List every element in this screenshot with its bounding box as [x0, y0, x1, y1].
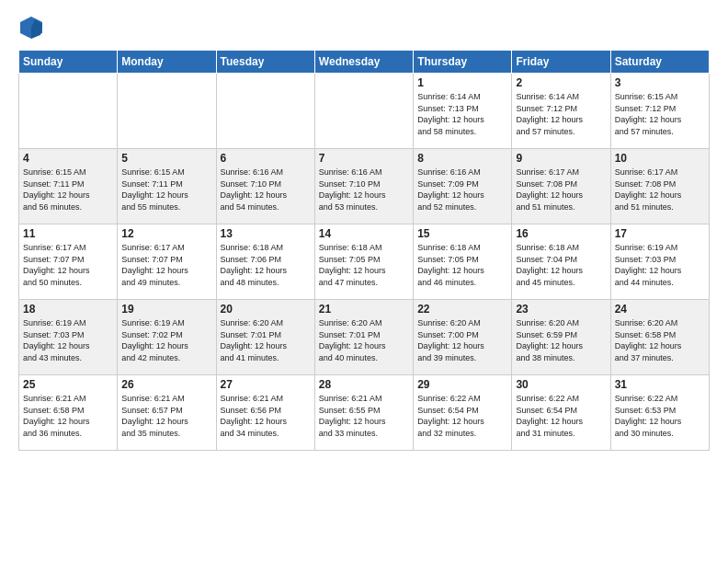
calendar-cell: 8Sunrise: 6:16 AM Sunset: 7:09 PM Daylig… [414, 149, 512, 224]
day-number: 16 [516, 227, 606, 240]
calendar-cell [118, 74, 216, 149]
calendar-cell: 19Sunrise: 6:19 AM Sunset: 7:02 PM Dayli… [118, 300, 216, 375]
day-info: Sunrise: 6:15 AM Sunset: 7:11 PM Dayligh… [121, 167, 211, 213]
weekday-header-monday: Monday [118, 51, 216, 74]
calendar-cell: 13Sunrise: 6:18 AM Sunset: 7:06 PM Dayli… [216, 224, 314, 300]
day-info: Sunrise: 6:15 AM Sunset: 7:12 PM Dayligh… [615, 91, 705, 137]
day-number: 14 [319, 227, 409, 240]
calendar-cell [19, 74, 118, 149]
calendar-cell: 16Sunrise: 6:18 AM Sunset: 7:04 PM Dayli… [512, 224, 610, 300]
day-info: Sunrise: 6:18 AM Sunset: 7:05 PM Dayligh… [319, 242, 409, 288]
calendar-cell: 4Sunrise: 6:15 AM Sunset: 7:11 PM Daylig… [19, 149, 118, 224]
day-number: 21 [319, 303, 409, 316]
calendar-cell: 26Sunrise: 6:21 AM Sunset: 6:57 PM Dayli… [118, 375, 216, 451]
calendar-cell: 10Sunrise: 6:17 AM Sunset: 7:08 PM Dayli… [610, 149, 709, 224]
weekday-header-thursday: Thursday [414, 51, 512, 74]
calendar-cell: 6Sunrise: 6:16 AM Sunset: 7:10 PM Daylig… [216, 149, 314, 224]
calendar-cell: 12Sunrise: 6:17 AM Sunset: 7:07 PM Dayli… [118, 224, 216, 300]
day-number: 26 [121, 378, 211, 391]
calendar-cell: 25Sunrise: 6:21 AM Sunset: 6:58 PM Dayli… [19, 375, 118, 451]
day-number: 31 [615, 378, 705, 391]
day-info: Sunrise: 6:17 AM Sunset: 7:07 PM Dayligh… [121, 242, 211, 288]
day-info: Sunrise: 6:20 AM Sunset: 6:59 PM Dayligh… [516, 317, 606, 363]
day-number: 17 [615, 227, 705, 240]
page: SundayMondayTuesdayWednesdayThursdayFrid… [0, 0, 728, 563]
day-info: Sunrise: 6:21 AM Sunset: 6:55 PM Dayligh… [319, 393, 409, 439]
calendar-cell: 28Sunrise: 6:21 AM Sunset: 6:55 PM Dayli… [314, 375, 413, 451]
day-number: 7 [319, 152, 409, 165]
day-number: 18 [23, 303, 113, 316]
day-number: 29 [417, 378, 507, 391]
day-info: Sunrise: 6:19 AM Sunset: 7:03 PM Dayligh… [615, 242, 705, 288]
day-number: 19 [121, 303, 211, 316]
day-info: Sunrise: 6:17 AM Sunset: 7:08 PM Dayligh… [615, 167, 705, 213]
calendar-week-5: 25Sunrise: 6:21 AM Sunset: 6:58 PM Dayli… [19, 375, 710, 451]
weekday-header-wednesday: Wednesday [314, 51, 413, 74]
day-info: Sunrise: 6:17 AM Sunset: 7:07 PM Dayligh… [23, 242, 113, 288]
calendar-cell: 3Sunrise: 6:15 AM Sunset: 7:12 PM Daylig… [610, 74, 709, 149]
calendar-cell: 24Sunrise: 6:20 AM Sunset: 6:58 PM Dayli… [610, 300, 709, 375]
calendar-cell [314, 74, 413, 149]
calendar-cell: 27Sunrise: 6:21 AM Sunset: 6:56 PM Dayli… [216, 375, 314, 451]
day-info: Sunrise: 6:19 AM Sunset: 7:02 PM Dayligh… [121, 317, 211, 363]
calendar-cell: 30Sunrise: 6:22 AM Sunset: 6:54 PM Dayli… [512, 375, 610, 451]
calendar-cell: 20Sunrise: 6:20 AM Sunset: 7:01 PM Dayli… [216, 300, 314, 375]
day-info: Sunrise: 6:20 AM Sunset: 7:01 PM Dayligh… [319, 317, 409, 363]
calendar-table: SundayMondayTuesdayWednesdayThursdayFrid… [18, 50, 710, 451]
calendar-cell: 23Sunrise: 6:20 AM Sunset: 6:59 PM Dayli… [512, 300, 610, 375]
calendar-cell: 21Sunrise: 6:20 AM Sunset: 7:01 PM Dayli… [314, 300, 413, 375]
day-info: Sunrise: 6:18 AM Sunset: 7:04 PM Dayligh… [516, 242, 606, 288]
day-info: Sunrise: 6:19 AM Sunset: 7:03 PM Dayligh… [23, 317, 113, 363]
day-number: 8 [417, 152, 507, 165]
weekday-header-saturday: Saturday [610, 51, 709, 74]
day-number: 4 [23, 152, 113, 165]
day-number: 27 [221, 378, 311, 391]
day-info: Sunrise: 6:14 AM Sunset: 7:12 PM Dayligh… [516, 91, 606, 137]
day-info: Sunrise: 6:20 AM Sunset: 7:00 PM Dayligh… [417, 317, 507, 363]
day-info: Sunrise: 6:14 AM Sunset: 7:13 PM Dayligh… [417, 91, 507, 137]
day-info: Sunrise: 6:16 AM Sunset: 7:09 PM Dayligh… [417, 167, 507, 213]
day-info: Sunrise: 6:21 AM Sunset: 6:57 PM Dayligh… [121, 393, 211, 439]
day-info: Sunrise: 6:22 AM Sunset: 6:54 PM Dayligh… [417, 393, 507, 439]
day-number: 10 [615, 152, 705, 165]
day-number: 9 [516, 152, 606, 165]
calendar-week-2: 4Sunrise: 6:15 AM Sunset: 7:11 PM Daylig… [19, 149, 710, 224]
calendar-cell: 2Sunrise: 6:14 AM Sunset: 7:12 PM Daylig… [512, 74, 610, 149]
calendar-cell: 29Sunrise: 6:22 AM Sunset: 6:54 PM Dayli… [414, 375, 512, 451]
calendar-cell: 5Sunrise: 6:15 AM Sunset: 7:11 PM Daylig… [118, 149, 216, 224]
calendar-cell: 1Sunrise: 6:14 AM Sunset: 7:13 PM Daylig… [414, 74, 512, 149]
weekday-header-tuesday: Tuesday [216, 51, 314, 74]
day-info: Sunrise: 6:17 AM Sunset: 7:08 PM Dayligh… [516, 167, 606, 213]
day-number: 30 [516, 378, 606, 391]
header [18, 15, 710, 40]
calendar-cell: 15Sunrise: 6:18 AM Sunset: 7:05 PM Dayli… [414, 224, 512, 300]
day-info: Sunrise: 6:22 AM Sunset: 6:53 PM Dayligh… [615, 393, 705, 439]
logo-icon [18, 15, 44, 40]
calendar-header-row: SundayMondayTuesdayWednesdayThursdayFrid… [19, 51, 710, 74]
calendar-cell: 31Sunrise: 6:22 AM Sunset: 6:53 PM Dayli… [610, 375, 709, 451]
calendar-cell [216, 74, 314, 149]
weekday-header-friday: Friday [512, 51, 610, 74]
day-number: 3 [615, 76, 705, 89]
day-number: 22 [417, 303, 507, 316]
day-number: 25 [23, 378, 113, 391]
day-info: Sunrise: 6:20 AM Sunset: 7:01 PM Dayligh… [221, 317, 311, 363]
calendar-cell: 9Sunrise: 6:17 AM Sunset: 7:08 PM Daylig… [512, 149, 610, 224]
day-number: 13 [221, 227, 311, 240]
day-number: 2 [516, 76, 606, 89]
calendar-cell: 22Sunrise: 6:20 AM Sunset: 7:00 PM Dayli… [414, 300, 512, 375]
calendar-cell: 14Sunrise: 6:18 AM Sunset: 7:05 PM Dayli… [314, 224, 413, 300]
day-number: 28 [319, 378, 409, 391]
calendar-cell: 18Sunrise: 6:19 AM Sunset: 7:03 PM Dayli… [19, 300, 118, 375]
weekday-header-sunday: Sunday [19, 51, 118, 74]
calendar-cell: 7Sunrise: 6:16 AM Sunset: 7:10 PM Daylig… [314, 149, 413, 224]
calendar-cell: 11Sunrise: 6:17 AM Sunset: 7:07 PM Dayli… [19, 224, 118, 300]
calendar-week-4: 18Sunrise: 6:19 AM Sunset: 7:03 PM Dayli… [19, 300, 710, 375]
day-number: 20 [221, 303, 311, 316]
day-info: Sunrise: 6:20 AM Sunset: 6:58 PM Dayligh… [615, 317, 705, 363]
day-number: 11 [23, 227, 113, 240]
day-number: 23 [516, 303, 606, 316]
day-number: 24 [615, 303, 705, 316]
day-info: Sunrise: 6:16 AM Sunset: 7:10 PM Dayligh… [221, 167, 311, 213]
calendar-week-3: 11Sunrise: 6:17 AM Sunset: 7:07 PM Dayli… [19, 224, 710, 300]
